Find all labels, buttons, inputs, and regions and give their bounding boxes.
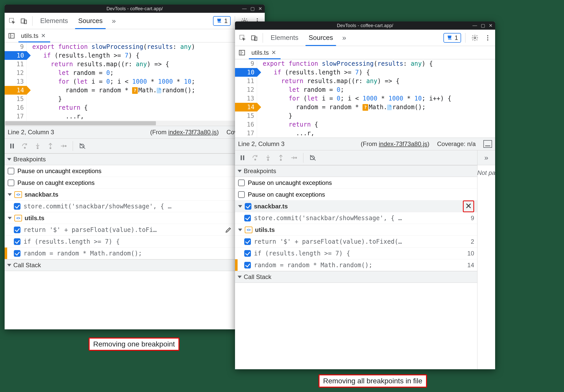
gutter-breakpoint[interactable]: 10 xyxy=(5,51,27,60)
deactivate-breakpoints-icon[interactable] xyxy=(77,141,88,151)
pause-icon[interactable] xyxy=(237,152,248,163)
close-icon[interactable]: ✕ xyxy=(489,23,493,28)
cursor-position: Line 2, Column 3 xyxy=(8,129,54,136)
status-bar: Line 2, Column 3 (From index-73f73a80.js… xyxy=(5,126,265,139)
breakpoint-item-hovered[interactable]: return '$' + parseFloat(value).toFi… 2 xyxy=(5,224,265,236)
svg-point-11 xyxy=(24,147,26,148)
device-toolbar-icon[interactable] xyxy=(249,32,260,43)
chevron-down-icon xyxy=(8,217,12,219)
minimize-icon[interactable]: — xyxy=(242,6,247,12)
breakpoint-group-utils[interactable]: <> utils.ts xyxy=(235,224,477,236)
close-icon[interactable]: ✕ xyxy=(258,6,262,12)
gutter-conditional-breakpoint[interactable]: 14 xyxy=(235,103,257,111)
step-into-icon[interactable] xyxy=(263,152,273,163)
more-tabs-icon[interactable]: » xyxy=(339,34,350,42)
callstack-header[interactable]: Call Stack xyxy=(5,259,265,271)
gutter[interactable]: 9 xyxy=(5,42,27,51)
breakpoint-checkbox[interactable] xyxy=(14,238,20,245)
titlebar[interactable]: DevTools - coffee-cart.app/ — ▢ ✕ xyxy=(235,21,495,30)
breakpoint-group-snackbar[interactable]: <> snackbar.ts xyxy=(5,189,265,200)
issues-count: 1 xyxy=(455,34,458,41)
navigator-toggle-icon[interactable] xyxy=(237,47,247,58)
checkbox-uncaught[interactable] xyxy=(8,168,14,174)
code-editor[interactable]: 9export function slowProcessing(results:… xyxy=(5,42,265,126)
more-drawer-icon[interactable]: » xyxy=(477,150,495,165)
breakpoint-checkbox[interactable] xyxy=(244,215,251,221)
step-icon[interactable] xyxy=(288,152,299,163)
breakpoint-item[interactable]: random = random * Math.random(); 14 xyxy=(235,259,477,271)
settings-icon[interactable] xyxy=(470,32,480,43)
maximize-icon[interactable]: ▢ xyxy=(481,23,485,28)
step-out-icon[interactable] xyxy=(45,141,56,151)
issues-button[interactable]: 1 xyxy=(443,33,461,43)
gutter-conditional-breakpoint[interactable]: 14 xyxy=(5,86,27,95)
gutter-breakpoint[interactable]: 10 xyxy=(235,68,257,77)
breakpoint-item[interactable]: store.commit('snackbar/showMessage', { …… xyxy=(5,200,265,212)
svg-point-24 xyxy=(487,39,488,40)
breakpoint-item[interactable]: if (results.length >= 7) { 10 xyxy=(235,248,477,259)
breakpoint-group-utils[interactable]: <> utils.ts xyxy=(5,212,265,224)
breakpoint-checkbox[interactable] xyxy=(14,250,20,257)
callstack-header[interactable]: Call Stack xyxy=(235,271,477,283)
step-over-icon[interactable] xyxy=(19,141,30,151)
issues-button[interactable]: 1 xyxy=(213,16,231,26)
breakpoint-item[interactable]: if (results.length >= 7) { 10 xyxy=(5,236,265,248)
sourcemap-link[interactable]: index-73f73a80.js xyxy=(379,140,427,147)
close-icon[interactable]: ✕ xyxy=(271,49,276,56)
minimize-icon[interactable]: — xyxy=(472,23,477,28)
svg-rect-10 xyxy=(13,143,14,148)
step-icon[interactable] xyxy=(58,141,69,151)
window-title: DevTools - coffee-cart.app/ xyxy=(337,23,393,28)
breakpoint-group-checkbox[interactable] xyxy=(245,203,251,210)
tab-sources[interactable]: Sources xyxy=(73,13,107,29)
navigator-toggle-icon[interactable] xyxy=(6,30,17,41)
remove-all-breakpoints-icon[interactable] xyxy=(464,202,473,210)
tab-elements[interactable]: Elements xyxy=(36,13,72,29)
breakpoint-checkbox[interactable] xyxy=(244,238,251,245)
checkbox-caught[interactable] xyxy=(8,180,14,186)
device-toolbar-icon[interactable] xyxy=(18,16,29,26)
step-out-icon[interactable] xyxy=(275,152,286,163)
inspect-element-icon[interactable] xyxy=(237,32,248,43)
tab-elements[interactable]: Elements xyxy=(266,30,303,46)
file-tab-utils[interactable]: utils.ts ✕ xyxy=(249,46,281,59)
maximize-icon[interactable]: ▢ xyxy=(250,6,255,12)
typescript-badge-icon: <> xyxy=(245,227,252,233)
chevron-down-icon xyxy=(7,158,11,161)
typescript-badge-icon: <> xyxy=(14,191,22,198)
breakpoint-group-snackbar[interactable]: snackbar.ts xyxy=(235,200,477,212)
more-tabs-icon[interactable]: » xyxy=(108,17,120,25)
checkbox-caught[interactable] xyxy=(238,191,245,198)
breakpoint-checkbox[interactable] xyxy=(14,227,20,233)
deactivate-breakpoints-icon[interactable] xyxy=(307,152,318,163)
kebab-menu-icon[interactable] xyxy=(482,32,493,43)
breakpoint-item[interactable]: random = random * Math.random(); 14 xyxy=(5,248,265,259)
main-toolbar: Elements Sources » 1 xyxy=(5,13,265,29)
issues-count: 1 xyxy=(224,17,228,25)
breakpoints-header[interactable]: Breakpoints xyxy=(5,153,265,165)
horizontal-scrollbar[interactable] xyxy=(5,121,265,126)
breakpoint-item[interactable]: store.commit('snackbar/showMessage', { …… xyxy=(235,212,477,224)
caption-left: Removing one breakpoint xyxy=(89,338,179,351)
titlebar[interactable]: DevTools - coffee-cart.app/ — ▢ ✕ xyxy=(5,5,265,13)
svg-rect-27 xyxy=(241,155,242,160)
step-over-icon[interactable] xyxy=(250,152,261,163)
breakpoint-checkbox[interactable] xyxy=(14,203,20,210)
checkbox-uncaught[interactable] xyxy=(238,180,245,186)
sourcemap-link[interactable]: index-73f73a80.js xyxy=(168,129,217,136)
edit-breakpoint-icon[interactable] xyxy=(224,226,232,234)
breakpoint-checkbox[interactable] xyxy=(244,250,251,257)
close-icon[interactable]: ✕ xyxy=(41,32,46,39)
code-editor[interactable]: 9export function slowProcessing(results:… xyxy=(235,59,495,138)
dock-icon[interactable] xyxy=(483,140,492,148)
step-into-icon[interactable] xyxy=(32,141,43,151)
breakpoint-checkbox[interactable] xyxy=(244,262,251,268)
coverage-info: Coverage: n/a xyxy=(437,140,476,148)
inspect-element-icon[interactable] xyxy=(7,16,17,26)
breakpoint-item[interactable]: return '$' + parseFloat(value).toFixed(…… xyxy=(235,236,477,248)
tab-sources[interactable]: Sources xyxy=(304,30,337,46)
file-tab-utils[interactable]: utils.ts ✕ xyxy=(18,29,50,42)
chevron-down-icon xyxy=(238,229,242,231)
pause-icon[interactable] xyxy=(7,141,17,151)
breakpoints-header[interactable]: Breakpoints xyxy=(235,165,477,177)
